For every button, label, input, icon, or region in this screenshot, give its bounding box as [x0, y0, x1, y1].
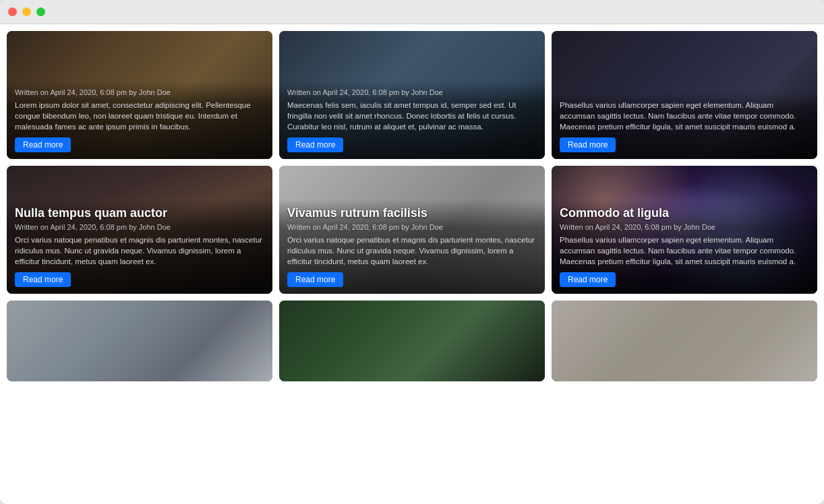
card-6-meta: Written on April 24, 2020, 6:08 pm by Jo… [560, 223, 809, 231]
card-7 [7, 301, 272, 381]
card-4-overlay: Nulla tempus quam auctorWritten on April… [7, 199, 272, 294]
card-1-meta: Written on April 24, 2020, 6:08 pm by Jo… [15, 88, 264, 96]
card-6: Commodo at ligulaWritten on April 24, 20… [552, 166, 817, 294]
card-2: Written on April 24, 2020, 6:08 pm by Jo… [279, 31, 545, 159]
card-9-bg [552, 301, 817, 381]
card-2-meta: Written on April 24, 2020, 6:08 pm by Jo… [287, 88, 537, 96]
card-1-overlay: Written on April 24, 2020, 6:08 pm by Jo… [7, 82, 272, 159]
card-5: Vivamus rutrum facilisisWritten on April… [279, 166, 545, 294]
card-5-meta: Written on April 24, 2020, 6:08 pm by Jo… [287, 223, 537, 231]
card-4-meta: Written on April 24, 2020, 6:08 pm by Jo… [15, 223, 264, 231]
card-4-text: Orci varius natoque penatibus et magnis … [15, 234, 264, 267]
card-8 [279, 301, 545, 381]
card-2-text: Maecenas felis sem, iaculis sit amet tem… [287, 100, 537, 132]
titlebar [0, 0, 824, 24]
card-5-text: Orci varius natoque penatibus et magnis … [287, 234, 537, 267]
card-2-read-more-button[interactable]: Read more [287, 137, 343, 152]
card-4-title: Nulla tempus quam auctor [15, 206, 264, 220]
card-2-overlay: Written on April 24, 2020, 6:08 pm by Jo… [279, 82, 545, 159]
card-5-title: Vivamus rutrum facilisis [287, 206, 537, 220]
card-3-text: Phasellus varius ullamcorper sapien eget… [560, 100, 809, 132]
card-5-read-more-button[interactable]: Read more [287, 272, 343, 287]
app-window: Written on April 24, 2020, 6:08 pm by Jo… [0, 0, 824, 504]
card-grid: Written on April 24, 2020, 6:08 pm by Jo… [7, 31, 817, 381]
card-1: Written on April 24, 2020, 6:08 pm by Jo… [7, 31, 272, 159]
card-3: Phasellus varius ullamcorper sapien eget… [552, 31, 817, 159]
card-3-overlay: Phasellus varius ullamcorper sapien eget… [552, 93, 817, 159]
main-content: Written on April 24, 2020, 6:08 pm by Jo… [0, 24, 824, 504]
card-1-read-more-button[interactable]: Read more [15, 137, 71, 152]
card-4: Nulla tempus quam auctorWritten on April… [7, 166, 272, 294]
card-9 [552, 301, 817, 381]
card-8-bg [279, 301, 545, 381]
card-6-read-more-button[interactable]: Read more [560, 272, 616, 287]
card-5-overlay: Vivamus rutrum facilisisWritten on April… [279, 199, 545, 294]
minimize-button[interactable] [22, 7, 31, 16]
card-3-read-more-button[interactable]: Read more [560, 137, 616, 152]
close-button[interactable] [8, 7, 17, 16]
card-6-overlay: Commodo at ligulaWritten on April 24, 20… [552, 199, 817, 294]
card-1-text: Lorem ipsum dolor sit amet, consectetur … [15, 100, 264, 132]
card-4-read-more-button[interactable]: Read more [15, 272, 71, 287]
maximize-button[interactable] [36, 7, 45, 16]
card-7-bg [7, 301, 272, 381]
card-6-text: Phasellus varius ullamcorper sapien eget… [560, 234, 809, 267]
card-6-title: Commodo at ligula [560, 206, 809, 220]
